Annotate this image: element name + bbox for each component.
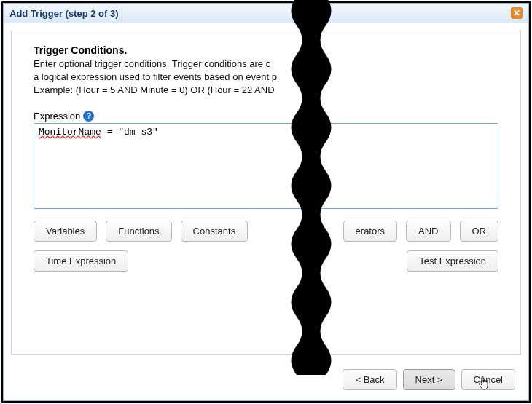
dialog-titlebar: Add Trigger (step 2 of 3) ✕ xyxy=(4,4,528,23)
section-heading: Trigger Conditions. xyxy=(34,44,498,56)
next-button[interactable]: Next > xyxy=(403,369,455,390)
and-button[interactable]: AND xyxy=(406,221,450,242)
trigger-conditions-panel: Trigger Conditions. Enter optional trigg… xyxy=(11,31,521,355)
dialog-title: Add Trigger (step 2 of 3) xyxy=(9,8,119,19)
close-icon[interactable]: ✕ xyxy=(511,7,523,19)
help-icon[interactable]: ? xyxy=(83,111,94,122)
back-button[interactable]: < Back xyxy=(343,369,396,390)
time-expression-button[interactable]: Time Expression xyxy=(34,250,128,272)
expression-input[interactable]: MonitorName = "dm-s3" xyxy=(34,123,498,209)
variables-button[interactable]: Variables xyxy=(34,221,97,242)
cancel-button[interactable]: Cancel xyxy=(461,369,515,390)
dialog-footer: < Back Next > Cancel xyxy=(4,362,528,400)
expression-button-row-2: Time Expression Test Expression xyxy=(34,250,498,272)
expression-label-row: Expression ? xyxy=(34,111,498,122)
constants-button[interactable]: Constants xyxy=(181,221,249,242)
test-expression-button[interactable]: Test Expression xyxy=(407,250,498,272)
functions-button[interactable]: Functions xyxy=(106,221,171,242)
add-trigger-dialog: Add Trigger (step 2 of 3) ✕ Trigger Cond… xyxy=(3,3,529,401)
section-description: Enter optional trigger conditions. Trigg… xyxy=(34,58,498,98)
dialog-content: Trigger Conditions. Enter optional trigg… xyxy=(4,23,528,362)
or-button[interactable]: OR xyxy=(460,221,499,242)
expression-label: Expression xyxy=(34,111,80,122)
expression-button-row-1: Variables Functions Constants erators AN… xyxy=(34,221,498,242)
operators-button[interactable]: erators xyxy=(343,221,397,242)
